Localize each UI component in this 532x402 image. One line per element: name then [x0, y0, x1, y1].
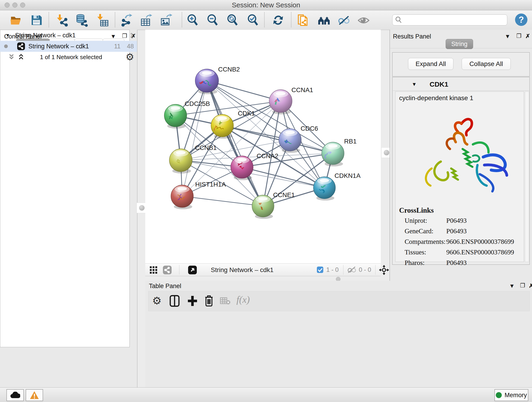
- table-panel-menu-icon[interactable]: ▼: [509, 283, 515, 289]
- toolbar-separator: [291, 12, 291, 27]
- crosslinks-title: CrossLinks: [399, 206, 434, 215]
- network-canvas[interactable]: CCNB2CCNA1CDC25BCDK1CDC6RB1CCNB1CCNA2CDK…: [145, 30, 381, 263]
- node-label-HIST1H1A: HIST1H1A: [195, 181, 226, 188]
- export-network-icon[interactable]: [120, 13, 133, 27]
- network-graph[interactable]: CCNB2CCNA1CDC25BCDK1CDC6RB1CCNB1CCNA2CDK…: [145, 30, 381, 263]
- delete-column-trash-icon[interactable]: [204, 294, 214, 308]
- crosslink-genecard-link[interactable]: P06493: [446, 227, 467, 235]
- results-vertical-scrollbar[interactable]: [525, 91, 529, 262]
- crosslink-label: Tissues:: [405, 249, 426, 256]
- zoom-selected-icon[interactable]: [246, 13, 260, 27]
- add-column-plus-icon[interactable]: [187, 295, 198, 308]
- help-icon[interactable]: ?: [515, 13, 527, 26]
- function-builder-icon: f(x): [236, 294, 250, 305]
- title-bar: Session: New Session: [0, 0, 532, 10]
- table-panel: Table Panel ▼ ❐ ✗ ⚙ f(x) shared namename…: [145, 281, 532, 387]
- fit-content-crosshair-icon[interactable]: [379, 265, 389, 276]
- network-label: String Network – cdk1: [28, 43, 89, 50]
- collapse-all-button[interactable]: Collapse All: [462, 58, 511, 70]
- selected-checkbox-icon[interactable]: [317, 266, 323, 274]
- crosslink-tissues-link[interactable]: 9606.ENSP00000378699: [446, 249, 514, 256]
- crosslink-label: Uniprot:: [405, 217, 427, 224]
- warning-button[interactable]: [26, 389, 43, 401]
- save-session-icon[interactable]: [30, 13, 43, 27]
- network-node-HIST1H1A[interactable]: HIST1H1A: [171, 181, 226, 209]
- share-view-icon[interactable]: [163, 265, 172, 275]
- collection-expand-caret-icon[interactable]: ▼: [6, 33, 10, 38]
- table-settings-gear-icon[interactable]: ⚙: [152, 294, 162, 307]
- network-node-CCNB2[interactable]: CCNB2: [195, 66, 240, 94]
- zoom-fit-icon[interactable]: [226, 13, 239, 27]
- crosslink-uniprot-link[interactable]: P06493: [446, 217, 467, 224]
- refresh-icon[interactable]: [272, 13, 285, 27]
- entry-collapse-caret-icon[interactable]: ▼: [412, 81, 417, 87]
- table-panel-float-icon[interactable]: ❐: [520, 282, 525, 289]
- results-panel: Results Panel ▼ ❐ ✗ String Expand All Co…: [390, 30, 532, 281]
- grid-view-icon[interactable]: [149, 266, 158, 275]
- network-options-gear-icon[interactable]: ⚙: [126, 51, 134, 63]
- show-panel-eye-icon[interactable]: [357, 13, 370, 27]
- table-panel-title: Table Panel: [149, 283, 181, 290]
- node-label-CCNB1: CCNB1: [195, 144, 217, 151]
- hidden-eye-slash-icon: [347, 266, 356, 274]
- collapse-all-chevron-icon[interactable]: [8, 53, 15, 61]
- network-node-CDKN1A[interactable]: CDKN1A: [313, 172, 361, 201]
- node-label-CDK1: CDK1: [238, 110, 255, 117]
- open-session-icon[interactable]: [10, 13, 23, 27]
- results-panel-close-icon[interactable]: ✗: [525, 33, 530, 39]
- application-window: Session: New Session: [0, 0, 532, 402]
- cdk1-entry-header[interactable]: ▼ CDK1: [393, 78, 529, 91]
- network-node-RB1[interactable]: RB1: [322, 138, 356, 166]
- zoom-out-icon[interactable]: [206, 13, 219, 27]
- search-input[interactable]: [392, 14, 507, 26]
- table-panel-close-icon[interactable]: ✗: [529, 282, 532, 289]
- warning-icon: [30, 391, 39, 400]
- entry-description: cyclin-dependent kinase 1: [399, 95, 473, 102]
- node-label-CCNA1: CCNA1: [291, 86, 313, 94]
- crosslink-label: Pharos:: [405, 259, 424, 267]
- hidden-counter: 0 - 0: [359, 266, 371, 274]
- string-network-icon: [17, 42, 25, 51]
- birdseye-view-icon[interactable]: [188, 265, 197, 275]
- network-row-selected[interactable]: String Network – cdk1 11 48: [0, 41, 137, 52]
- export-image-icon[interactable]: [159, 13, 173, 27]
- main-toolbar: ?: [0, 10, 532, 30]
- crosslink-compartments-link[interactable]: 9606.ENSP00000378699: [446, 238, 514, 245]
- node-label-CDKN1A: CDKN1A: [335, 172, 361, 179]
- memory-button[interactable]: Memory: [494, 389, 528, 401]
- results-entries-box: ▼ CDK1 cyclin-dependent kinase 1: [392, 77, 530, 265]
- entry-content: cyclin-dependent kinase 1: [395, 91, 524, 262]
- network-selected-status: 1 of 1 Network selected: [30, 54, 112, 61]
- collection-label: String Network – cdk1: [15, 32, 76, 39]
- status-bar: Memory: [0, 387, 532, 402]
- cloud-button[interactable]: [6, 389, 24, 401]
- network-node-count: 11: [114, 43, 120, 50]
- viewbar-separator: [343, 265, 343, 274]
- network-node-CCNA1[interactable]: CCNA1: [269, 86, 313, 114]
- import-table-icon[interactable]: [96, 13, 109, 27]
- export-table-icon[interactable]: [139, 13, 153, 27]
- viewbar-separator: [179, 265, 179, 274]
- results-panel-float-icon[interactable]: ❐: [516, 32, 521, 39]
- show-columns-icon[interactable]: [170, 295, 180, 308]
- entry-name: CDK1: [430, 80, 448, 88]
- crosslink-pharos-link[interactable]: P06493: [446, 259, 467, 267]
- network-edge-count: 48: [127, 43, 134, 50]
- zoom-in-icon[interactable]: [186, 13, 199, 27]
- protein-structure-image: [404, 110, 514, 203]
- network-collection-row[interactable]: ▼ String Network – cdk1 1: [0, 30, 137, 41]
- control-panel: Control Panel ▼ ❐ ✗ Network Style Select…: [0, 30, 138, 387]
- string-home-icon[interactable]: [317, 13, 331, 27]
- network-node-CDC6[interactable]: CDC6: [279, 125, 318, 153]
- import-network-icon[interactable]: [56, 13, 69, 27]
- clone-network-icon[interactable]: [297, 13, 310, 27]
- expand-all-chevron-icon[interactable]: [17, 53, 25, 61]
- tab-string-results[interactable]: String: [446, 39, 473, 49]
- import-network-database-icon[interactable]: [75, 13, 88, 27]
- results-panel-menu-icon[interactable]: ▼: [505, 33, 510, 40]
- crosslink-label: GeneCard:: [405, 227, 433, 235]
- hide-panel-icon[interactable]: [337, 13, 350, 27]
- network-tree: ▼ String Network – cdk1 1 String Network…: [0, 30, 130, 347]
- network-node-CCNA2[interactable]: CCNA2: [231, 153, 278, 180]
- expand-all-button[interactable]: Expand All: [408, 58, 453, 70]
